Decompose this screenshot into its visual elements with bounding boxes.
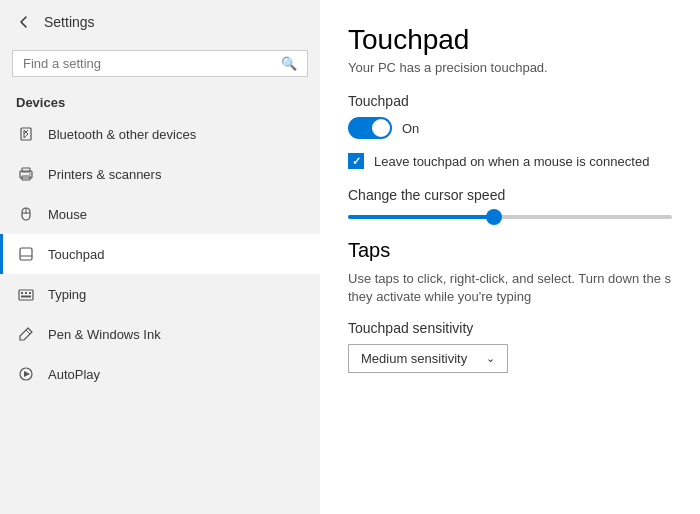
sidebar-item-autoplay[interactable]: AutoPlay [0, 354, 320, 394]
sensitivity-value: Medium sensitivity [361, 351, 467, 366]
page-title: Touchpad [348, 24, 672, 56]
touchpad-icon [16, 244, 36, 264]
svg-rect-15 [19, 290, 33, 300]
typing-label: Typing [48, 287, 86, 302]
svg-marker-22 [24, 371, 30, 377]
typing-icon [16, 284, 36, 304]
touchpad-section-label: Touchpad [348, 93, 672, 109]
slider-fill [348, 215, 494, 219]
checkmark-icon: ✓ [352, 155, 361, 168]
mouse-icon [16, 204, 36, 224]
sidebar-item-touchpad[interactable]: Touchpad [0, 234, 320, 274]
svg-rect-13 [20, 248, 32, 260]
sensitivity-dropdown[interactable]: Medium sensitivity ⌄ [348, 344, 508, 373]
svg-line-20 [26, 330, 30, 334]
touchpad-toggle[interactable] [348, 117, 392, 139]
chevron-down-icon: ⌄ [486, 352, 495, 365]
taps-desc: Use taps to click, right-click, and sele… [348, 270, 672, 306]
sidebar: Settings 🔍 Devices Bluetooth & other dev… [0, 0, 320, 514]
cursor-speed-label: Change the cursor speed [348, 187, 672, 203]
sidebar-item-printers[interactable]: Printers & scanners [0, 154, 320, 194]
svg-point-9 [29, 173, 31, 175]
touchpad-label: Touchpad [48, 247, 104, 262]
back-button[interactable] [16, 14, 32, 30]
sidebar-item-typing[interactable]: Typing [0, 274, 320, 314]
bluetooth-label: Bluetooth & other devices [48, 127, 196, 142]
sidebar-item-mouse[interactable]: Mouse [0, 194, 320, 234]
svg-rect-16 [21, 292, 23, 294]
taps-title: Taps [348, 239, 672, 262]
svg-rect-18 [29, 292, 31, 294]
sidebar-item-bluetooth[interactable]: Bluetooth & other devices [0, 114, 320, 154]
slider-thumb[interactable] [486, 209, 502, 225]
autoplay-label: AutoPlay [48, 367, 100, 382]
search-box[interactable]: 🔍 [12, 50, 308, 77]
touchpad-toggle-row: On [348, 117, 672, 139]
toggle-knob [372, 119, 390, 137]
svg-line-3 [24, 134, 28, 138]
sidebar-header: Settings [0, 0, 320, 44]
leave-touchpad-label: Leave touchpad on when a mouse is connec… [374, 154, 649, 169]
bluetooth-icon [16, 124, 36, 144]
sidebar-item-pen[interactable]: Pen & Windows Ink [0, 314, 320, 354]
search-icon: 🔍 [281, 56, 297, 71]
search-input[interactable] [23, 56, 281, 71]
printers-label: Printers & scanners [48, 167, 161, 182]
leave-touchpad-row: ✓ Leave touchpad on when a mouse is conn… [348, 153, 672, 169]
sidebar-title: Settings [44, 14, 95, 30]
svg-rect-19 [21, 296, 31, 298]
page-subtitle: Your PC has a precision touchpad. [348, 60, 672, 75]
sensitivity-label: Touchpad sensitivity [348, 320, 672, 336]
autoplay-icon [16, 364, 36, 384]
printer-icon [16, 164, 36, 184]
pen-label: Pen & Windows Ink [48, 327, 161, 342]
svg-rect-17 [25, 292, 27, 294]
back-icon [16, 14, 32, 30]
leave-touchpad-checkbox[interactable]: ✓ [348, 153, 364, 169]
svg-rect-0 [21, 128, 31, 140]
slider-track [348, 215, 672, 219]
mouse-label: Mouse [48, 207, 87, 222]
toggle-label: On [402, 121, 419, 136]
devices-section-label: Devices [0, 87, 320, 114]
cursor-speed-slider-container[interactable] [348, 215, 672, 219]
main-content: Touchpad Your PC has a precision touchpa… [320, 0, 700, 514]
pen-icon [16, 324, 36, 344]
